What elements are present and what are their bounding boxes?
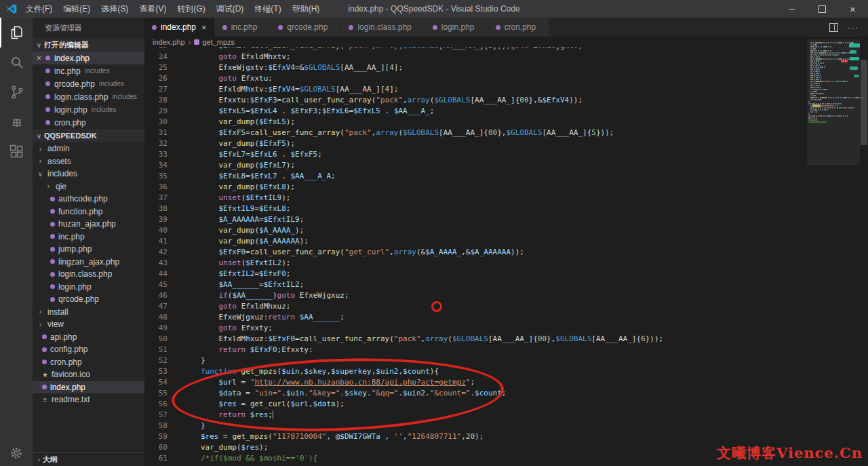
code-line-32[interactable]: 32 var_dump($EfxF5); <box>144 138 806 149</box>
line-number[interactable]: 53 <box>144 366 167 377</box>
folder-qie[interactable]: ›qie <box>33 180 144 193</box>
folder-view[interactable]: ›view <box>33 318 144 331</box>
line-number[interactable]: 25 <box>144 62 167 73</box>
line-number[interactable]: 32 <box>144 138 167 149</box>
line-number[interactable]: 59 <box>144 431 167 442</box>
code-line-28[interactable]: 28 Efxxtu:$EfxF3=call_user_func_array("p… <box>144 95 806 106</box>
line-number[interactable]: 50 <box>144 334 167 345</box>
code-line-42[interactable]: 42 $EfxF0=call_user_func_array("get_curl… <box>144 247 806 258</box>
file-config.php[interactable]: config.php <box>33 343 144 356</box>
project-header[interactable]: ∨ QQSPEEDSDK <box>33 129 144 142</box>
code-line-59[interactable]: 59$res = get_mpzs("1178710004", @$DWI7GW… <box>144 431 806 442</box>
menu-item-4[interactable]: 转到(G) <box>172 0 210 18</box>
menu-item-0[interactable]: 文件(F) <box>20 0 58 18</box>
open-editors-header[interactable]: ∨ 打开的编辑器 <box>33 38 144 52</box>
line-number[interactable]: 37 <box>144 193 167 203</box>
line-number[interactable]: 36 <box>144 182 167 193</box>
line-number[interactable]: 48 <box>144 312 167 323</box>
line-number[interactable]: 26 <box>144 73 167 84</box>
menu-item-2[interactable]: 选择(S) <box>96 0 134 18</box>
line-number[interactable]: 38 <box>144 203 167 214</box>
code-line-36[interactable]: 36 var_dump($EfxL8); <box>144 182 806 193</box>
code-line-26[interactable]: 26 goto Efxxtu; <box>144 73 806 84</box>
file-inc.php[interactable]: inc.php <box>33 231 144 244</box>
file-favicon.ico[interactable]: ★favicon.ico <box>33 368 144 381</box>
folder-admin[interactable]: ›admin <box>33 142 144 155</box>
minimap[interactable] <box>807 39 860 466</box>
code-line-49[interactable]: 49 goto Efxxty; <box>144 323 806 334</box>
line-number[interactable]: 56 <box>144 399 167 410</box>
menu-item-7[interactable]: 帮助(H) <box>287 0 326 18</box>
line-number[interactable]: 60 <box>144 442 167 453</box>
file-api.php[interactable]: api.php <box>33 331 144 344</box>
minimize-button[interactable] <box>776 0 807 18</box>
open-editor-item-cron.php[interactable]: cron.php <box>33 116 144 129</box>
code-line-38[interactable]: 38 $EfxtIL9=$EfxL8; <box>144 203 806 214</box>
code-line-50[interactable]: 50 EfxldMhxuz:$EfxF0=call_user_func_arra… <box>144 334 806 345</box>
code-line-55[interactable]: 55 $data = "uin=".$uin."&key=".$skey."&q… <box>144 388 806 399</box>
file-login.php[interactable]: login.php <box>33 281 144 294</box>
open-editor-item-login.php[interactable]: login.phpincludes <box>33 103 144 116</box>
folder-includes[interactable]: ∨includes <box>33 168 144 180</box>
line-number[interactable]: 55 <box>144 388 167 399</box>
open-editor-item-login.class.php[interactable]: login.class.phpincludes <box>33 90 144 103</box>
code-line-58[interactable]: 58} <box>144 421 806 431</box>
code-line-40[interactable]: 40 var_dump($A_AAAA_); <box>144 225 806 236</box>
open-editor-item-index.php[interactable]: ×index.php <box>33 52 144 64</box>
breadcrumb-symbol[interactable]: get_mpzs <box>202 38 235 46</box>
menu-item-5[interactable]: 调试(D) <box>211 0 250 18</box>
settings-gear-icon[interactable] <box>0 446 33 461</box>
line-number[interactable]: 49 <box>144 323 167 334</box>
tab-login.class.php[interactable]: login.class.php <box>341 18 425 37</box>
code-line-34[interactable]: 34 var_dump($EfxL7); <box>144 160 806 171</box>
line-number[interactable]: 41 <box>144 236 167 247</box>
search-icon[interactable] <box>0 47 33 77</box>
line-number[interactable]: 51 <box>144 345 167 355</box>
code-line-61[interactable]: 61/*if($mod && $moshi=='0'){ <box>144 453 806 464</box>
code-line-45[interactable]: 45 $AA______=$EfxtIL2; <box>144 279 806 290</box>
line-number[interactable]: 47 <box>144 301 167 312</box>
close-editor-icon[interactable]: × <box>37 54 45 63</box>
file-authcode.php[interactable]: authcode.php <box>33 193 144 206</box>
file-lingzan_ajax.php[interactable]: lingzan_ajax.php <box>33 256 144 269</box>
close-button[interactable]: × <box>837 0 868 18</box>
more-actions-icon[interactable]: ··· <box>848 22 859 33</box>
vertical-scrollbar[interactable] <box>860 37 868 466</box>
line-number[interactable]: 44 <box>144 269 167 279</box>
split-editor-icon[interactable] <box>829 23 838 32</box>
code-line-51[interactable]: 51 return $EfxF0;Efxxty: <box>144 345 806 355</box>
line-number[interactable]: 46 <box>144 290 167 301</box>
folder-install[interactable]: ›install <box>33 306 144 319</box>
code-line-35[interactable]: 35 $EfxL8=$EfxL7 . $AA___A_A; <box>144 171 806 182</box>
line-number[interactable]: 35 <box>144 171 167 182</box>
close-tab-icon[interactable]: × <box>201 22 207 33</box>
line-number[interactable]: 52 <box>144 355 167 366</box>
line-number[interactable]: 24 <box>144 52 167 62</box>
code-line-57[interactable]: 57 return $res; <box>144 410 806 421</box>
code-line-48[interactable]: 48 EfxeWjgxuz:return $AA______; <box>144 312 806 323</box>
code-line-27[interactable]: 27 EfxldMhxtv:$EfxV4=$GLOBALS[AA___AA_][… <box>144 84 806 95</box>
open-editor-item-inc.php[interactable]: inc.phpincludes <box>33 64 144 77</box>
menu-item-3[interactable]: 查看(V) <box>134 0 172 18</box>
menu-item-1[interactable]: 编辑(E) <box>58 0 96 18</box>
file-huzan_ajax.php[interactable]: huzan_ajax.php <box>33 218 144 231</box>
maximize-button[interactable] <box>807 0 837 18</box>
code-line-30[interactable]: 30 var_dump($EfxL5); <box>144 117 806 128</box>
code-line-37[interactable]: 37 unset($EfxtIL9); <box>144 193 806 203</box>
open-editor-item-qrcode.php[interactable]: qrcode.phpincludes <box>33 77 144 90</box>
extensions-icon[interactable] <box>0 137 33 167</box>
file-function.php[interactable]: function.php <box>33 206 144 218</box>
tab-login.php[interactable]: login.php <box>425 18 488 37</box>
code-line-52[interactable]: 52} <box>144 355 806 366</box>
code-line-25[interactable]: 25 EfxeWjgxtv:$EfxV4=&$GLOBALS[AA___AA_]… <box>144 62 806 73</box>
line-number[interactable]: 61 <box>144 453 167 464</box>
line-number[interactable]: 33 <box>144 149 167 160</box>
line-number[interactable]: 34 <box>144 160 167 171</box>
code-line-46[interactable]: 46 if($AA______)goto EfxeWjgxuz; <box>144 290 806 301</box>
code-line-53[interactable]: 53function get_mpzs($uin,$skey,$superkey… <box>144 366 806 377</box>
file-login.class.php[interactable]: login.class.php <box>33 268 144 281</box>
file-qrcode.php[interactable]: qrcode.php <box>33 293 144 306</box>
line-number[interactable]: 40 <box>144 225 167 236</box>
outline-section[interactable]: › 大纲 <box>33 452 144 466</box>
line-number[interactable]: 58 <box>144 421 167 431</box>
